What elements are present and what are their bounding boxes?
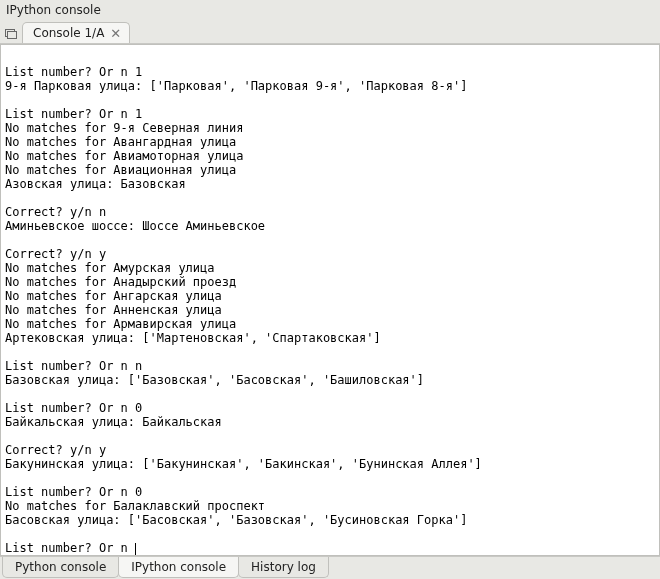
- window-root: IPython console Console 1/A ✕ List numbe…: [0, 0, 660, 579]
- browse-tabs-icon[interactable]: [4, 26, 18, 40]
- svg-rect-1: [8, 32, 17, 39]
- tabbar-bottom: Python console IPython console History l…: [0, 556, 660, 579]
- tab-history-log[interactable]: History log: [238, 557, 329, 578]
- tabbar-top: Console 1/A ✕: [0, 19, 660, 44]
- close-icon[interactable]: ✕: [110, 27, 121, 40]
- console-output[interactable]: List number? Or n 1 9-я Парковая улица: …: [0, 44, 660, 556]
- tab-label: IPython console: [131, 560, 226, 574]
- tab-label: Console 1/A: [33, 26, 104, 40]
- panel-title: IPython console: [0, 0, 660, 19]
- tab-ipython-console[interactable]: IPython console: [118, 557, 239, 578]
- text-cursor: [135, 543, 136, 555]
- console-text: List number? Or n 1 9-я Парковая улица: …: [1, 45, 659, 555]
- tab-label: Python console: [15, 560, 106, 574]
- panel-title-label: IPython console: [6, 3, 101, 17]
- tab-label: History log: [251, 560, 316, 574]
- tab-python-console[interactable]: Python console: [2, 557, 119, 578]
- tab-console-1a[interactable]: Console 1/A ✕: [22, 22, 130, 43]
